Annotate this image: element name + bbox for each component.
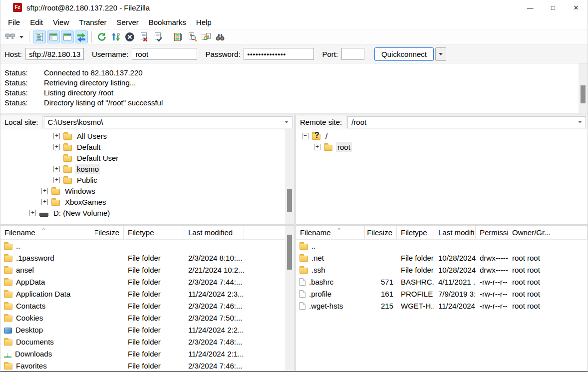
compare-directories-button[interactable]	[186, 30, 199, 43]
scrollbar-thumb[interactable]	[581, 85, 586, 103]
expand-plus-icon[interactable]: +	[41, 199, 48, 205]
status-line: Status: Retrieving directory listing...	[0, 77, 588, 87]
menu-bookmarks[interactable]: Bookmarks	[144, 16, 191, 28]
cancel-operation-button[interactable]	[123, 30, 136, 43]
file-name: Desktop	[15, 326, 43, 334]
scrollbar-thumb[interactable]	[287, 189, 292, 212]
menu-transfer[interactable]: Transfer	[74, 16, 111, 28]
menu-help[interactable]: Help	[191, 16, 217, 28]
column-header-filetype[interactable]: Filetype	[397, 226, 434, 239]
tree-item[interactable]: + root	[296, 141, 588, 152]
collapse-minus-icon[interactable]: −	[302, 133, 308, 139]
file-row[interactable]: Application Data File folder 11/24/2024 …	[0, 288, 294, 300]
file-row[interactable]: Documents File folder 2/3/2024 7:48:...	[0, 336, 294, 348]
file-row[interactable]: .ssh File folder 10/28/2024... drwx-----…	[296, 264, 588, 276]
folder-icon	[4, 268, 12, 274]
host-input[interactable]	[25, 48, 84, 60]
dropdown-arrow-icon	[439, 53, 443, 55]
column-header-permissions[interactable]: Permissi...	[476, 226, 508, 239]
username-input[interactable]	[132, 48, 197, 60]
quickconnect-dropdown-button[interactable]	[435, 47, 446, 61]
reconnect-button[interactable]	[151, 30, 164, 43]
folder-icon	[299, 244, 308, 250]
transfer-queue-icon	[76, 32, 86, 42]
maximize-button[interactable]: □	[542, 0, 565, 15]
menu-server[interactable]: Server	[112, 16, 144, 28]
local-list-scrollbar[interactable]	[285, 226, 294, 371]
tree-item[interactable]: Default User	[0, 152, 294, 163]
file-name: ..	[16, 242, 20, 250]
tree-item[interactable]: − /	[296, 130, 588, 141]
file-row[interactable]: AppData File folder 2/3/2024 7:44:...	[0, 276, 294, 288]
directory-listing-filters-button[interactable]	[172, 30, 185, 43]
menu-edit[interactable]: Edit	[25, 16, 48, 28]
filter-icon	[173, 32, 183, 42]
column-header-filename[interactable]: Filename ^	[0, 226, 95, 239]
file-row[interactable]: ..	[296, 240, 588, 252]
file-row[interactable]: Contacts File folder 2/3/2024 7:46:...	[0, 300, 294, 312]
port-input[interactable]	[341, 48, 364, 60]
column-header-last-modified[interactable]: Last modified	[184, 226, 244, 239]
column-header-filesize[interactable]: Filesize	[95, 226, 124, 239]
expand-plus-icon[interactable]: +	[53, 166, 60, 172]
scrollbar-thumb[interactable]	[287, 235, 292, 270]
message-log-scrollbar[interactable]	[579, 63, 588, 113]
remote-site-combo[interactable]: /root	[347, 116, 586, 128]
quickconnect-button[interactable]: Quickconnect	[374, 47, 434, 61]
tree-item[interactable]: + Public	[0, 174, 294, 185]
tree-item[interactable]: + D: (New Volume)	[0, 207, 294, 218]
site-manager-button[interactable]	[3, 30, 16, 43]
find-files-button[interactable]	[214, 30, 227, 43]
tree-item[interactable]: + Windows	[0, 185, 294, 196]
file-row[interactable]: Favorites File folder 2/3/2024 7:46:...	[0, 360, 294, 371]
file-row[interactable]: Desktop File folder 11/24/2024 2:2...	[0, 324, 294, 336]
file-row[interactable]: .1password File folder 2/3/2024 8:10:...	[0, 252, 294, 264]
file-row[interactable]: ..	[0, 240, 294, 252]
local-tree-scrollbar[interactable]	[285, 129, 294, 224]
column-header-filetype[interactable]: Filetype	[124, 226, 184, 239]
file-row[interactable]: .bashrc 571 BASHRC... 4/11/2021 ... -rw-…	[296, 276, 588, 288]
menu-file[interactable]: File	[3, 16, 25, 28]
expand-plus-icon[interactable]: +	[314, 144, 320, 150]
process-queue-button[interactable]	[109, 30, 122, 43]
file-row[interactable]: .net File folder 10/28/2024... drwx-----…	[296, 252, 588, 264]
file-row[interactable]: ansel File folder 2/21/2024 10:2...	[0, 264, 294, 276]
close-button[interactable]: ✕	[565, 0, 588, 15]
column-header-owner-group[interactable]: Owner/Gr...	[508, 226, 588, 239]
tree-item[interactable]: + kosmo	[0, 163, 294, 174]
password-input[interactable]	[244, 48, 314, 60]
column-header-filesize[interactable]: Filesize	[365, 226, 397, 239]
file-row[interactable]: .profile 161 PROFILE ... 7/9/2019 3:... …	[296, 288, 588, 300]
expand-plus-icon[interactable]: +	[53, 144, 60, 150]
file-row[interactable]: Cookies File folder 2/3/2024 7:50:...	[0, 312, 294, 324]
folder-icon	[4, 304, 12, 310]
file-row[interactable]: Downloads File folder 11/24/2024 2:1...	[0, 348, 294, 360]
column-header-filename[interactable]: Filename ^	[296, 226, 365, 239]
site-manager-dropdown-button[interactable]	[17, 30, 25, 43]
tree-item[interactable]: + XboxGames	[0, 196, 294, 207]
expand-plus-icon[interactable]: +	[53, 133, 60, 139]
column-header-last-modified[interactable]: Last modifi...	[434, 226, 476, 239]
expand-plus-icon[interactable]: +	[53, 177, 60, 183]
password-label: Password:	[205, 50, 240, 58]
refresh-button[interactable]	[95, 30, 108, 43]
expand-plus-icon[interactable]: +	[41, 188, 48, 194]
local-list-rows: .. .1password File folder 2/3/2024 8:10:…	[0, 240, 294, 371]
toggle-local-tree-button[interactable]	[47, 30, 60, 43]
menu-view[interactable]: View	[48, 16, 74, 28]
minimize-button[interactable]: —	[519, 0, 542, 15]
tree-item[interactable]: + All Users	[0, 130, 294, 141]
folder-icon	[4, 292, 12, 298]
expand-plus-icon[interactable]: +	[29, 210, 36, 216]
file-row[interactable]: .wget-hsts 215 WGET-H... 11/24/2024... -…	[296, 300, 588, 312]
tree-item[interactable]: + Default	[0, 141, 294, 152]
toggle-transfer-queue-button[interactable]	[75, 30, 88, 43]
local-site-combo[interactable]: C:\Users\kosmo\	[44, 116, 293, 128]
toggle-message-log-button[interactable]	[33, 30, 46, 43]
disconnect-button[interactable]	[137, 30, 150, 43]
file-icon	[299, 278, 305, 286]
status-line: Status: Connected to 82.180.137.220	[0, 67, 588, 77]
toggle-remote-tree-button[interactable]	[61, 30, 74, 43]
synchronized-browsing-button[interactable]	[200, 30, 213, 43]
file-name: .net	[311, 254, 324, 262]
